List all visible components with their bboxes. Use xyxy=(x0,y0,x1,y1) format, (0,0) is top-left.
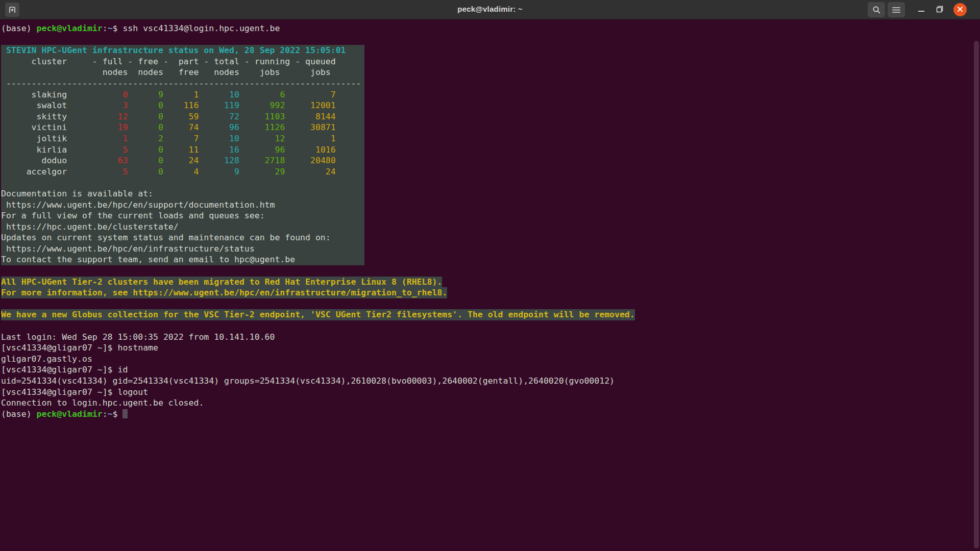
cell-cluster: slaking xyxy=(1,90,67,99)
status-table-rows: slaking 0 9 1 10 6 7 swalot 3 0 116 119 … xyxy=(1,89,364,178)
minimize-icon xyxy=(918,6,925,14)
window-title: peck@vladimir: ~ xyxy=(0,5,980,13)
cell-full: 0 xyxy=(67,90,128,99)
motd-doc-line: https://hpc.ugent.be/clusterstate/ xyxy=(1,221,364,233)
cell-total: 119 xyxy=(199,101,239,110)
motd-doc-line: https://www.ugent.be/hpc/en/support/docu… xyxy=(1,199,364,211)
cell-part_free: 11 xyxy=(163,145,199,155)
prompt-path: ~ xyxy=(108,409,113,419)
terminal-line-ssh-command: (base) peck@vladimir:~$ ssh vsc41334@log… xyxy=(1,23,980,34)
ssh-command-text: ssh vsc41334@login.hpc.ugent.be xyxy=(122,23,280,33)
cell-total: 16 xyxy=(199,145,239,155)
cell-part_free: 7 xyxy=(163,134,199,143)
table-row-swalot: swalot 3 0 116 119 992 12001 xyxy=(1,100,364,111)
scrollbar xyxy=(974,40,979,549)
cell-running: 992 xyxy=(239,101,285,110)
cell-free: 0 xyxy=(128,156,163,165)
table-row-victini: victini 19 0 74 96 1126 30871 xyxy=(1,122,364,133)
scrollbar-thumb[interactable] xyxy=(974,41,979,548)
table-row-slaking: slaking 0 9 1 10 6 7 xyxy=(1,89,364,101)
blank-line xyxy=(1,320,980,332)
table-row-skitty: skitty 12 0 59 72 1103 8144 xyxy=(1,111,364,122)
terminal-prompt-line: (base) peck@vladimir:~$ xyxy=(1,409,980,420)
motd-doc-line: Documentation is available at: xyxy=(1,188,364,199)
cell-cluster: skitty xyxy=(1,112,67,121)
prompt-user-host: peck@vladimir xyxy=(37,409,103,419)
cell-running: 2718 xyxy=(239,156,285,165)
cell-total: 9 xyxy=(199,167,239,177)
remote-command-id: [vsc41334@gligar07 ~]$ id xyxy=(1,364,980,375)
documentation-lines: Documentation is available at: https://w… xyxy=(1,188,364,265)
restore-button[interactable] xyxy=(932,2,947,17)
motd-doc-line: https://www.ugent.be/hpc/en/infrastructu… xyxy=(1,243,364,255)
cell-total: 72 xyxy=(199,112,239,121)
cell-total: 10 xyxy=(199,134,239,143)
close-button[interactable] xyxy=(953,3,967,16)
cell-part_free: 4 xyxy=(163,167,199,177)
table-row-accelgor: accelgor 5 0 4 9 29 24 xyxy=(1,166,364,178)
remote-command-logout: [vsc41334@gligar07 ~]$ logout xyxy=(1,387,980,398)
cell-free: 0 xyxy=(128,101,163,110)
notice-line-rhel-1: All HPC-UGent Tier-2 clusters have been … xyxy=(1,277,980,288)
cell-queued: 1016 xyxy=(285,145,335,155)
hostname-output: gligar07.gastly.os xyxy=(1,354,980,365)
cell-free: 9 xyxy=(128,90,163,99)
cell-queued: 7 xyxy=(285,90,335,99)
notice-rhel-migration: All HPC-UGent Tier-2 clusters have been … xyxy=(1,277,442,288)
restore-icon xyxy=(936,5,944,15)
cell-queued: 8144 xyxy=(285,112,335,121)
cell-cluster: swalot xyxy=(1,101,67,110)
last-login-line: Last login: Wed Sep 28 15:00:35 2022 fro… xyxy=(1,332,980,343)
cell-full: 5 xyxy=(67,167,128,177)
conda-env-prefix: (base) xyxy=(1,23,37,33)
prompt-user-host: peck@vladimir xyxy=(37,23,103,33)
status-table-header: cluster - full - free - part - total - r… xyxy=(1,56,364,67)
cell-queued: 24 xyxy=(285,167,335,177)
cell-queued: 30871 xyxy=(285,122,335,132)
cell-running: 6 xyxy=(239,90,285,99)
cell-full: 1 xyxy=(67,134,128,143)
cell-running: 1103 xyxy=(239,112,285,121)
table-row-doduo: doduo 63 0 24 128 2718 20480 xyxy=(1,155,364,166)
blank-line xyxy=(1,177,364,188)
cell-full: 5 xyxy=(67,145,128,155)
cell-part_free: 59 xyxy=(163,112,199,121)
connection-closed-line: Connection to login.hpc.ugent.be closed. xyxy=(1,397,980,409)
cell-full: 19 xyxy=(67,122,128,132)
blank-line xyxy=(1,34,980,45)
cell-running: 29 xyxy=(239,167,285,177)
notice-line-globus: We have a new Globus collection for the … xyxy=(1,309,980,320)
menu-button[interactable] xyxy=(888,2,905,17)
cell-part_free: 24 xyxy=(163,156,199,165)
remote-command-hostname: [vsc41334@gligar07 ~]$ hostname xyxy=(1,342,980,354)
notice-rhel-info-url: For more information, see https://www.ug… xyxy=(1,287,447,298)
cell-total: 96 xyxy=(199,122,239,132)
id-output: uid=2541334(vsc41334) gid=2541334(vsc413… xyxy=(1,375,980,387)
notice-line-rhel-2: For more information, see https://www.ug… xyxy=(1,287,980,298)
search-button[interactable] xyxy=(868,2,885,17)
cell-free: 0 xyxy=(128,167,163,177)
cell-queued: 1 xyxy=(285,134,335,143)
cell-full: 3 xyxy=(67,101,128,110)
cell-part_free: 116 xyxy=(163,101,199,110)
status-table-subheader: nodes nodes free nodes jobs jobs xyxy=(1,67,364,78)
cell-total: 128 xyxy=(199,156,239,165)
motd-doc-line: Updates on current system status and mai… xyxy=(1,232,364,243)
cell-queued: 20480 xyxy=(285,156,335,165)
hamburger-icon xyxy=(892,7,900,13)
terminal-output-area[interactable]: (base) peck@vladimir:~$ ssh vsc41334@log… xyxy=(0,19,980,551)
hpc-status-block: STEVIN HPC-UGent infrastructure status o… xyxy=(1,45,364,265)
cell-part_free: 74 xyxy=(163,122,199,132)
cell-total: 10 xyxy=(199,90,239,99)
prompt-path: ~ xyxy=(108,23,113,33)
blank-line xyxy=(1,265,980,277)
notice-globus: We have a new Globus collection for the … xyxy=(1,309,635,320)
titlebar: peck@vladimir: ~ xyxy=(0,0,980,19)
cell-running: 96 xyxy=(239,145,285,155)
search-icon xyxy=(872,6,881,14)
cell-cluster: accelgor xyxy=(1,167,67,177)
cell-free: 0 xyxy=(128,122,163,132)
status-table-divider: ----------------------------------------… xyxy=(1,78,364,89)
minimize-button[interactable] xyxy=(914,2,929,17)
close-icon xyxy=(957,6,963,14)
